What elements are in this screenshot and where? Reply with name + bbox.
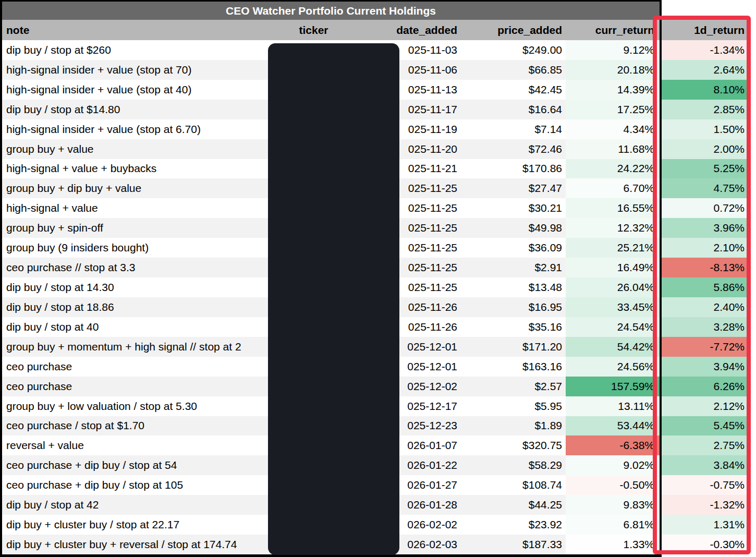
1d-return-cell[interactable]: 5.25% xyxy=(662,159,748,179)
1d-return-cell[interactable]: 4.75% xyxy=(662,178,748,198)
note-cell[interactable]: high-signal insider + value (stop at 6.7… xyxy=(2,119,267,139)
note-cell[interactable]: ceo purchase // stop at 3.3 xyxy=(2,258,267,277)
price-added-cell[interactable]: $187.33 xyxy=(461,535,566,554)
curr-return-cell[interactable]: 54.42% xyxy=(566,337,660,357)
table-title[interactable]: CEO Watcher Portfolio Current Holdings xyxy=(2,2,660,20)
note-cell[interactable]: reversal + value xyxy=(2,435,267,455)
1d-return-cell[interactable]: -1.34% xyxy=(662,40,748,60)
note-cell[interactable]: high-signal insider + value (stop at 70) xyxy=(2,60,267,80)
price-added-cell[interactable]: $58.29 xyxy=(461,455,566,475)
1d-return-cell[interactable]: 2.64% xyxy=(662,60,748,80)
header-1d-return[interactable]: 1d_return xyxy=(662,20,748,40)
price-added-cell[interactable]: $16.95 xyxy=(461,297,566,317)
price-added-cell[interactable]: $2.91 xyxy=(461,258,566,277)
1d-return-cell[interactable]: 5.45% xyxy=(662,416,748,436)
1d-return-cell[interactable]: 2.40% xyxy=(662,297,748,317)
price-added-cell[interactable]: $13.48 xyxy=(461,277,566,297)
curr-return-cell[interactable]: 12.32% xyxy=(566,218,660,238)
1d-return-cell[interactable]: 3.96% xyxy=(662,218,748,238)
note-cell[interactable]: group buy + dip buy + value xyxy=(2,178,267,198)
header-curr-return[interactable]: curr_return xyxy=(566,20,660,40)
price-added-cell[interactable]: $1.89 xyxy=(461,416,566,436)
curr-return-cell[interactable]: 6.70% xyxy=(566,178,660,198)
price-added-cell[interactable]: $72.46 xyxy=(461,139,566,159)
1d-return-cell[interactable]: 1.50% xyxy=(662,119,748,139)
1d-return-cell[interactable]: 3.94% xyxy=(662,357,748,377)
note-cell[interactable]: high-signal + value xyxy=(2,198,267,218)
header-price-added[interactable]: price_added xyxy=(461,20,566,40)
header-ticker[interactable]: ticker xyxy=(267,20,360,40)
price-added-cell[interactable]: $320.75 xyxy=(461,435,566,455)
note-cell[interactable]: group buy (9 insiders bought) xyxy=(2,238,267,258)
note-cell[interactable]: dip buy / stop at $14.80 xyxy=(2,100,267,119)
curr-return-cell[interactable]: 17.25% xyxy=(566,100,660,119)
note-cell[interactable]: ceo purchase + dip buy / stop at 105 xyxy=(2,475,267,495)
note-cell[interactable]: dip buy + cluster buy / stop at 22.17 xyxy=(2,515,267,535)
curr-return-cell[interactable]: 25.21% xyxy=(566,238,660,258)
note-cell[interactable]: high-signal + value + buybacks xyxy=(2,159,267,179)
curr-return-cell[interactable]: 20.18% xyxy=(566,60,660,80)
curr-return-cell[interactable]: 1.33% xyxy=(566,535,660,554)
note-cell[interactable]: ceo purchase xyxy=(2,357,267,377)
price-added-cell[interactable]: $44.25 xyxy=(461,495,566,515)
price-added-cell[interactable]: $171.20 xyxy=(461,337,566,357)
curr-return-cell[interactable]: 16.49% xyxy=(566,258,660,277)
note-cell[interactable]: group buy + spin-off xyxy=(2,218,267,238)
price-added-cell[interactable]: $249.00 xyxy=(461,40,566,60)
curr-return-cell[interactable]: 24.22% xyxy=(566,159,660,179)
note-cell[interactable]: dip buy / stop at 18.86 xyxy=(2,297,267,317)
curr-return-cell[interactable]: 16.55% xyxy=(566,198,660,218)
curr-return-cell[interactable]: 33.45% xyxy=(566,297,660,317)
price-added-cell[interactable]: $66.85 xyxy=(461,60,566,80)
1d-return-cell[interactable]: 2.75% xyxy=(662,435,748,455)
1d-return-cell[interactable]: 0.72% xyxy=(662,198,748,218)
price-added-cell[interactable]: $108.74 xyxy=(461,475,566,495)
note-cell[interactable]: dip buy + cluster buy + reversal / stop … xyxy=(2,535,267,554)
note-cell[interactable]: ceo purchase xyxy=(2,377,267,396)
1d-return-cell[interactable]: 2.85% xyxy=(662,100,748,119)
note-cell[interactable]: group buy + low valuation / stop at 5.30 xyxy=(2,396,267,416)
curr-return-cell[interactable]: 4.34% xyxy=(566,119,660,139)
price-added-cell[interactable]: $36.09 xyxy=(461,238,566,258)
1d-return-cell[interactable]: -8.13% xyxy=(662,258,748,277)
price-added-cell[interactable]: $49.98 xyxy=(461,218,566,238)
note-cell[interactable]: dip buy / stop at $260 xyxy=(2,40,267,60)
1d-return-cell[interactable]: 8.10% xyxy=(662,80,748,100)
1d-return-cell[interactable]: 6.26% xyxy=(662,377,748,396)
curr-return-cell[interactable]: 14.39% xyxy=(566,80,660,100)
1d-return-cell[interactable]: -0.30% xyxy=(662,535,748,554)
price-added-cell[interactable]: $7.14 xyxy=(461,119,566,139)
price-added-cell[interactable]: $35.16 xyxy=(461,317,566,337)
1d-return-cell[interactable]: -7.72% xyxy=(662,337,748,357)
curr-return-cell[interactable]: 24.56% xyxy=(566,357,660,377)
price-added-cell[interactable]: $42.45 xyxy=(461,80,566,100)
note-cell[interactable]: ceo purchase / stop at $1.70 xyxy=(2,416,267,436)
1d-return-cell[interactable]: 2.12% xyxy=(662,396,748,416)
curr-return-cell[interactable]: 6.81% xyxy=(566,515,660,535)
note-cell[interactable]: group buy + value xyxy=(2,139,267,159)
header-note[interactable]: note xyxy=(2,20,267,40)
curr-return-cell[interactable]: 9.02% xyxy=(566,455,660,475)
1d-return-cell[interactable]: 3.84% xyxy=(662,455,748,475)
curr-return-cell[interactable]: 24.54% xyxy=(566,317,660,337)
1d-return-cell[interactable]: 2.10% xyxy=(662,238,748,258)
1d-return-cell[interactable]: 2.00% xyxy=(662,139,748,159)
curr-return-cell[interactable]: -0.50% xyxy=(566,475,660,495)
price-added-cell[interactable]: $170.86 xyxy=(461,159,566,179)
1d-return-cell[interactable]: 1.31% xyxy=(662,515,748,535)
price-added-cell[interactable]: $16.64 xyxy=(461,100,566,119)
note-cell[interactable]: high-signal insider + value (stop at 40) xyxy=(2,80,267,100)
note-cell[interactable]: dip buy / stop at 14.30 xyxy=(2,277,267,297)
header-date-added[interactable]: date_added xyxy=(360,20,461,40)
1d-return-cell[interactable]: -0.75% xyxy=(662,475,748,495)
price-added-cell[interactable]: $2.57 xyxy=(461,377,566,396)
price-added-cell[interactable]: $23.92 xyxy=(461,515,566,535)
price-added-cell[interactable]: $30.21 xyxy=(461,198,566,218)
note-cell[interactable]: ceo purchase + dip buy / stop at 54 xyxy=(2,455,267,475)
curr-return-cell[interactable]: 9.12% xyxy=(566,40,660,60)
note-cell[interactable]: dip buy / stop at 40 xyxy=(2,317,267,337)
1d-return-cell[interactable]: -1.32% xyxy=(662,495,748,515)
curr-return-cell[interactable]: 13.11% xyxy=(566,396,660,416)
price-added-cell[interactable]: $5.95 xyxy=(461,396,566,416)
curr-return-cell[interactable]: 11.68% xyxy=(566,139,660,159)
